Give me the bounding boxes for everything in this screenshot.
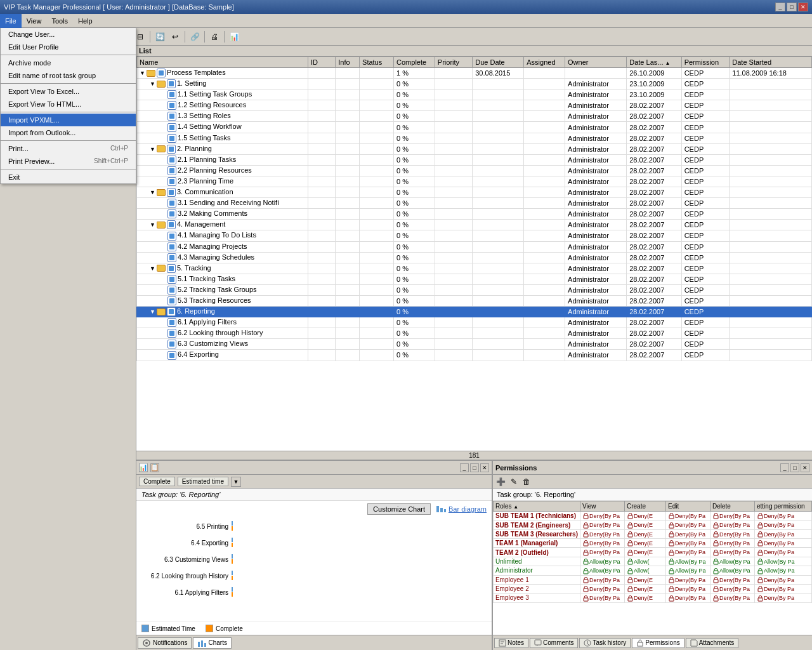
print-item[interactable]: Print... Ctrl+P: [1, 142, 136, 155]
estimated-tab[interactable]: Estimated time: [178, 477, 228, 486]
maximize-button[interactable]: □: [787, 3, 797, 11]
table-row[interactable]: 1.3 Setting Roles0 %Administrator28.02.2…: [137, 111, 812, 122]
table-row[interactable]: 1.1 Setting Task Groups0 %Administrator2…: [137, 90, 812, 100]
task-id-cell: [308, 143, 336, 154]
customize-chart-btn[interactable]: Customize Chart: [367, 503, 431, 515]
charts-tab-scroll[interactable]: ▼: [231, 477, 241, 487]
bar-diagram-btn[interactable]: Bar diagram: [436, 505, 487, 514]
expand-btn[interactable]: ▼: [150, 265, 155, 272]
expand-btn[interactable]: ▼: [150, 308, 155, 315]
table-row[interactable]: ▼1. Setting0 %Administrator23.10.2009CED…: [137, 79, 812, 90]
perm-edit-btn[interactable]: ✎: [508, 476, 520, 488]
export-excel-item[interactable]: Export View To Excel...: [1, 85, 136, 98]
expand-btn[interactable]: ▼: [150, 146, 155, 152]
table-row[interactable]: 2.2 Planning Resources0 %Administrator28…: [137, 165, 812, 176]
expand-btn[interactable]: ▼: [150, 81, 155, 87]
permissions-tab[interactable]: Permissions: [632, 638, 684, 648]
comments-tab[interactable]: Comments: [530, 638, 578, 648]
view-menu[interactable]: View: [22, 14, 47, 28]
table-row[interactable]: ▼6. Reporting0 %Administrator28.02.2007C…: [137, 307, 812, 317]
permissions-row[interactable]: Employee 1Deny(By PaDeny(EDeny(By PaDeny…: [493, 575, 811, 584]
permissions-row[interactable]: SUB TEAM 2 (Engineers)Deny(By PaDeny(EDe…: [493, 521, 811, 529]
svg-rect-18: [584, 534, 588, 537]
table-row[interactable]: ▼2. Planning0 %Administrator28.02.2007CE…: [137, 143, 812, 154]
archive-mode-item[interactable]: Archive mode: [1, 56, 136, 69]
toolbar-link-btn[interactable]: 🔗: [188, 30, 202, 44]
edit-user-profile-item[interactable]: Edit User Profile: [1, 41, 136, 53]
table-row[interactable]: 3.2 Making Comments0 %Administrator28.02…: [137, 209, 812, 220]
permissions-content[interactable]: Roles ▲ View Create Edit Delete etting p…: [493, 501, 812, 635]
expand-btn[interactable]: ▼: [140, 70, 145, 76]
charts-restore-btn[interactable]: □: [470, 463, 479, 472]
table-row[interactable]: 1.5 Setting Tasks0 %Administrator28.02.2…: [137, 133, 812, 143]
permissions-row[interactable]: AdministratorAllow(By PaAllow(Allow(By P…: [493, 566, 811, 575]
import-outlook-item[interactable]: Import from Outlook...: [1, 126, 136, 139]
table-row[interactable]: 6.1 Applying Filters0 %Administrator28.0…: [137, 317, 812, 328]
charts-minimize-btn[interactable]: _: [460, 463, 469, 472]
permissions-row[interactable]: Employee 3Deny(By PaDeny(EDeny(By PaDeny…: [493, 594, 811, 602]
table-row[interactable]: 6.2 Looking through History0 %Administra…: [137, 328, 812, 339]
toolbar-undo-btn[interactable]: ↩: [168, 30, 182, 44]
help-menu[interactable]: Help: [73, 14, 98, 28]
permissions-close-btn[interactable]: ✕: [801, 463, 809, 472]
permissions-minimize-btn[interactable]: _: [780, 463, 789, 472]
close-button[interactable]: ✕: [798, 3, 808, 11]
table-row[interactable]: ▼3. Communication0 %Administrator28.02.2…: [137, 187, 812, 198]
charts-close-btn[interactable]: ✕: [480, 463, 489, 472]
table-row[interactable]: 5.1 Tracking Tasks0 %Administrator28.02.…: [137, 274, 812, 284]
table-scroll[interactable]: Name ID Info Status Complete Priority Du…: [136, 56, 812, 451]
toolbar-print-btn[interactable]: 🖨: [207, 30, 221, 44]
table-row[interactable]: 4.1 Managing To Do Lists0 %Administrator…: [137, 230, 812, 241]
file-menu[interactable]: File: [0, 14, 22, 28]
permissions-row[interactable]: SUB TEAM 1 (Technicians)Deny(By PaDeny(E…: [493, 512, 811, 521]
exit-item[interactable]: Exit: [1, 171, 136, 183]
table-row[interactable]: ▼Process Templates1 %30.08.201526.10.200…: [137, 68, 812, 79]
minimize-button[interactable]: _: [775, 3, 785, 11]
complete-tab[interactable]: Complete: [139, 477, 175, 486]
charts-tab[interactable]: Charts: [193, 637, 231, 649]
permissions-row[interactable]: Employee 2Deny(By PaDeny(EDeny(By PaDeny…: [493, 584, 811, 593]
task-due-date-cell: [473, 154, 524, 165]
change-user-item[interactable]: Change User...: [1, 28, 136, 41]
permissions-row[interactable]: SUB TEAM 3 (Researchers)Deny(By PaDeny(E…: [493, 529, 811, 538]
table-row[interactable]: 4.2 Managing Projects0 %Administrator28.…: [137, 241, 812, 252]
perm-delete-btn[interactable]: 🗑: [521, 476, 532, 488]
permissions-row[interactable]: UnlimitedAllow(By PaAllow(Allow(By PaAll…: [493, 557, 811, 566]
permissions-restore-btn[interactable]: □: [790, 463, 799, 472]
table-row[interactable]: 2.3 Planning Time0 %Administrator28.02.2…: [137, 176, 812, 187]
expand-btn[interactable]: ▼: [150, 222, 155, 228]
charts-icon-btn2[interactable]: 📋: [150, 463, 159, 472]
edit-name-item[interactable]: Edit name of root task group: [1, 69, 136, 82]
task-history-tab[interactable]: Task history: [579, 638, 631, 648]
table-row[interactable]: 1.4 Setting Workflow0 %Administrator28.0…: [137, 122, 812, 133]
task-id-cell: [308, 220, 336, 230]
legend-complete: Complete: [206, 625, 243, 632]
table-row[interactable]: 5.2 Tracking Task Groups0 %Administrator…: [137, 284, 812, 295]
table-row[interactable]: 5.3 Tracking Resources0 %Administrator28…: [137, 295, 812, 306]
table-row[interactable]: 4.3 Managing Schedules0 %Administrator28…: [137, 252, 812, 263]
attachments-tab[interactable]: Attachments: [686, 638, 739, 648]
expand-btn[interactable]: ▼: [150, 189, 155, 196]
table-row[interactable]: 6.4 Exporting0 %Administrator28.02.2007C…: [137, 350, 812, 361]
print-preview-item[interactable]: Print Preview... Shift+Ctrl+P: [1, 155, 136, 168]
table-row[interactable]: ▼5. Tracking0 %Administrator28.02.2007CE…: [137, 263, 812, 274]
tools-menu[interactable]: Tools: [46, 14, 73, 28]
charts-icon-btn1[interactable]: 📊: [139, 463, 148, 472]
toolbar-chart-btn[interactable]: 📊: [227, 30, 241, 44]
export-html-item[interactable]: Export View To HTML...: [1, 98, 136, 110]
bar-container: [232, 571, 487, 581]
notifications-tab[interactable]: Notifications: [138, 637, 192, 649]
task-icon: [167, 307, 176, 316]
task-id-cell: [308, 252, 336, 263]
table-row[interactable]: 3.1 Sending and Receiving Notifi0 %Admin…: [137, 198, 812, 209]
toolbar-refresh-btn[interactable]: 🔄: [153, 30, 167, 44]
notes-tab[interactable]: Notes: [494, 638, 528, 648]
table-row[interactable]: ▼4. Management0 %Administrator28.02.2007…: [137, 220, 812, 230]
table-row[interactable]: 6.3 Customizing Views0 %Administrator28.…: [137, 339, 812, 350]
table-row[interactable]: 1.2 Setting Resources0 %Administrator28.…: [137, 100, 812, 111]
permissions-row[interactable]: TEAM 1 (Managerial)Deny(By PaDeny(EDeny(…: [493, 539, 811, 548]
perm-add-btn[interactable]: ➕: [495, 476, 507, 488]
table-row[interactable]: 2.1 Planning Tasks0 %Administrator28.02.…: [137, 154, 812, 165]
import-vpxml-item[interactable]: Import VPXML...: [1, 114, 136, 126]
permissions-row[interactable]: TEAM 2 (Outfield)Deny(By PaDeny(EDeny(By…: [493, 548, 811, 557]
